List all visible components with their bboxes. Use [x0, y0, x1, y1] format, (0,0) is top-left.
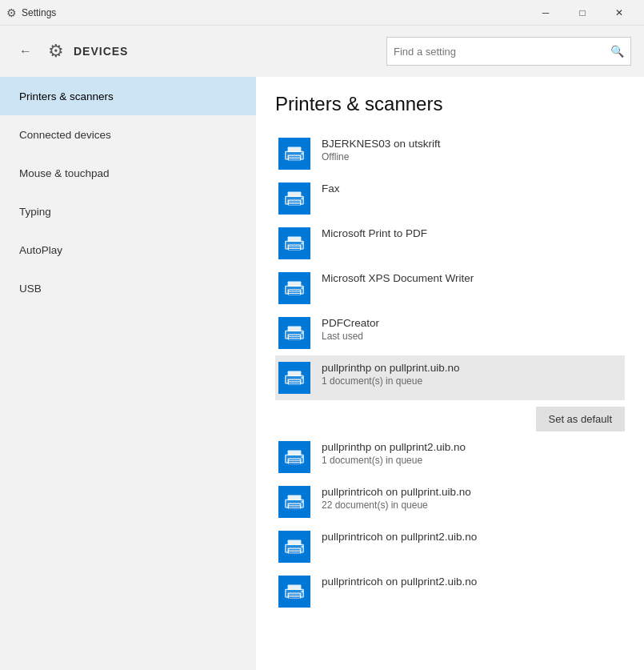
- svg-point-79: [301, 591, 303, 593]
- printer-name: pullprinthp on pullprint.uib.no: [322, 362, 460, 374]
- svg-rect-62: [289, 508, 300, 508]
- printer-status: Last used: [322, 331, 379, 342]
- printer-name: pullprinthp on pullprint2.uib.no: [322, 441, 466, 453]
- printer-item[interactable]: Microsoft Print to PDF: [275, 221, 625, 266]
- sidebar-item-mouse---touchpad[interactable]: Mouse & touchpad: [0, 154, 256, 192]
- printer-item[interactable]: pullprinthp on pullprint.uib.no1 documen…: [275, 355, 625, 400]
- svg-rect-53: [289, 461, 300, 462]
- svg-rect-77: [289, 596, 300, 596]
- close-button[interactable]: ✕: [601, 0, 638, 26]
- printer-name: Microsoft XPS Document Writer: [322, 272, 474, 284]
- sidebar: Printers & scannersConnected devicesMous…: [0, 77, 256, 670]
- svg-point-15: [301, 198, 303, 200]
- printer-item[interactable]: pullprintricoh on pullprint2.uib.no: [275, 524, 625, 569]
- printer-icon: [278, 183, 310, 215]
- sidebar-item-connected-devices[interactable]: Connected devices: [0, 115, 256, 154]
- devices-gear-icon: ⚙: [48, 41, 64, 62]
- svg-rect-29: [289, 292, 300, 293]
- svg-rect-44: [289, 380, 300, 381]
- printer-info: pullprinthp on pullprint.uib.no1 documen…: [322, 362, 460, 387]
- svg-rect-22: [289, 249, 300, 250]
- printer-icon: [278, 272, 310, 304]
- printer-name: pullprintricoh on pullprint.uib.no: [322, 486, 471, 498]
- printer-icon: [278, 227, 310, 259]
- section-title: DEVICES: [74, 45, 377, 58]
- svg-rect-5: [289, 158, 300, 158]
- printer-status: 1 document(s) in queue: [322, 455, 466, 466]
- printer-info: Fax: [322, 183, 340, 195]
- search-icon: 🔍: [610, 45, 624, 58]
- printer-item[interactable]: pullprintricoh on pullprint2.uib.no: [275, 569, 625, 614]
- printer-item[interactable]: BJERKNES03 on utskriftOffline: [275, 131, 625, 176]
- svg-rect-13: [289, 203, 300, 203]
- printer-item[interactable]: pullprinthp on pullprint2.uib.no1 docume…: [275, 435, 625, 479]
- printer-icon: [278, 317, 310, 349]
- svg-rect-12: [289, 201, 300, 202]
- svg-rect-38: [289, 339, 300, 339]
- svg-rect-54: [289, 463, 300, 463]
- settings-icon: ⚙: [6, 6, 17, 19]
- svg-rect-69: [289, 551, 300, 552]
- printer-item[interactable]: Fax: [275, 176, 625, 221]
- search-input[interactable]: [394, 46, 610, 58]
- svg-rect-68: [289, 549, 300, 550]
- printer-status: 22 document(s) in queue: [322, 499, 471, 511]
- svg-rect-36: [289, 335, 300, 336]
- search-box[interactable]: 🔍: [386, 37, 631, 66]
- svg-rect-21: [289, 247, 300, 248]
- printer-icon: [278, 576, 310, 608]
- printer-info: pullprintricoh on pullprint2.uib.no: [322, 531, 477, 543]
- printer-icon: [278, 531, 310, 563]
- printer-item[interactable]: Microsoft XPS Document Writer: [275, 266, 625, 311]
- printer-name: Microsoft Print to PDF: [322, 227, 427, 239]
- svg-rect-37: [289, 337, 300, 338]
- page-title: Printers & scanners: [275, 93, 625, 115]
- svg-rect-4: [289, 156, 300, 157]
- svg-rect-78: [289, 597, 300, 598]
- svg-rect-76: [289, 594, 300, 595]
- svg-rect-30: [289, 294, 300, 295]
- back-button[interactable]: ←: [13, 38, 38, 64]
- printer-info: Microsoft XPS Document Writer: [322, 272, 474, 284]
- printer-item[interactable]: pullprintricoh on pullprint.uib.no22 doc…: [275, 479, 625, 524]
- printer-name: BJERKNES03 on utskrift: [322, 138, 441, 150]
- printer-name: Fax: [322, 183, 340, 195]
- printers-list: BJERKNES03 on utskriftOffline Fax Micros…: [275, 131, 625, 614]
- svg-rect-52: [289, 459, 300, 460]
- printer-status: Offline: [322, 151, 441, 162]
- sidebar-item-usb[interactable]: USB: [0, 269, 256, 307]
- printer-info: PDFCreatorLast used: [322, 317, 379, 342]
- set-default-row: Set as default: [275, 400, 625, 435]
- svg-rect-46: [289, 383, 300, 384]
- svg-point-47: [301, 377, 303, 379]
- sidebar-item-printers---scanners[interactable]: Printers & scanners: [0, 77, 256, 115]
- svg-point-31: [301, 287, 303, 290]
- svg-rect-20: [289, 246, 300, 247]
- title-bar: ⚙ Settings ─ □ ✕: [0, 0, 644, 26]
- printer-info: Microsoft Print to PDF: [322, 227, 427, 239]
- svg-point-55: [301, 456, 303, 459]
- printer-info: BJERKNES03 on utskriftOffline: [322, 138, 441, 162]
- set-as-default-button[interactable]: Set as default: [536, 407, 626, 431]
- printer-icon: [278, 362, 310, 394]
- sidebar-item-autoplay[interactable]: AutoPlay: [0, 231, 256, 269]
- printer-icon: [278, 138, 310, 170]
- main-layout: Printers & scannersConnected devicesMous…: [0, 77, 644, 670]
- maximize-button[interactable]: □: [564, 0, 601, 26]
- sidebar-item-typing[interactable]: Typing: [0, 192, 256, 231]
- printer-info: pullprinthp on pullprint2.uib.no1 docume…: [322, 441, 466, 466]
- printer-info: pullprintricoh on pullprint.uib.no22 doc…: [322, 486, 471, 511]
- printer-item[interactable]: PDFCreatorLast used: [275, 311, 625, 355]
- content-area: Printers & scanners BJERKNES03 on utskri…: [256, 77, 644, 670]
- svg-rect-70: [289, 552, 300, 553]
- svg-rect-45: [289, 382, 300, 383]
- printer-status: 1 document(s) in queue: [322, 375, 460, 387]
- printer-name: pullprintricoh on pullprint2.uib.no: [322, 531, 477, 543]
- svg-rect-14: [289, 204, 300, 205]
- svg-rect-61: [289, 506, 300, 507]
- svg-rect-60: [289, 504, 300, 505]
- svg-point-39: [301, 332, 303, 335]
- printer-icon: [278, 486, 310, 518]
- printer-icon: [278, 441, 310, 473]
- minimize-button[interactable]: ─: [527, 0, 564, 26]
